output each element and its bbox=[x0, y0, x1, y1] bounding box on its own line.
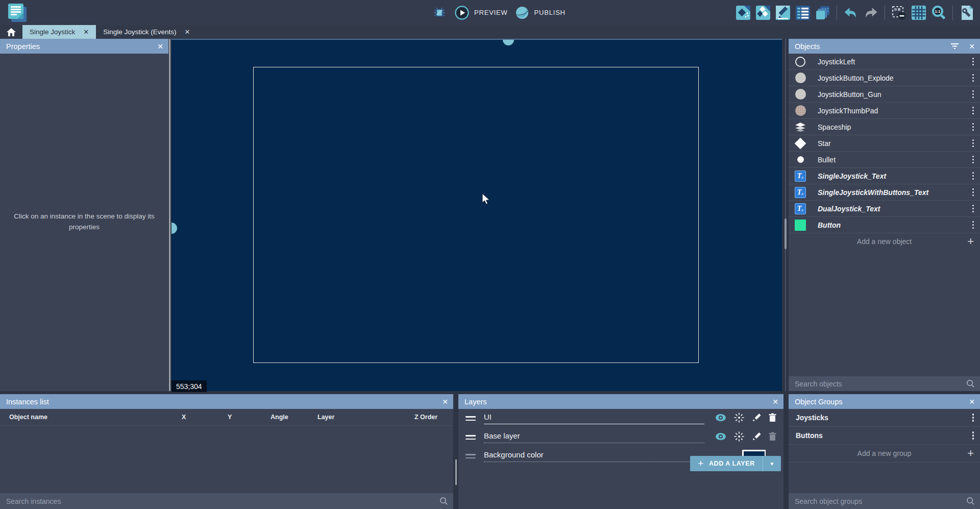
cursor-coordinates: 553;304 bbox=[172, 380, 207, 392]
text-object-icon: Tx bbox=[794, 186, 807, 199]
add-layer-label: ADD A LAYER bbox=[709, 460, 755, 467]
group-row[interactable]: Buttons bbox=[789, 427, 980, 445]
search-icon bbox=[966, 379, 975, 388]
grid-icon[interactable] bbox=[911, 5, 927, 21]
object-row[interactable]: Tx DualJoystick_Text bbox=[789, 201, 980, 217]
white-diamond-icon bbox=[794, 137, 807, 150]
group-name: Buttons bbox=[796, 431, 823, 440]
add-layer-button[interactable]: + ADD A LAYER ▼ bbox=[690, 456, 781, 471]
edit-layer-icon[interactable] bbox=[752, 413, 761, 424]
filter-icon[interactable] bbox=[951, 39, 959, 54]
object-row[interactable]: Spaceship bbox=[789, 119, 980, 135]
panel-title: Object Groups bbox=[795, 398, 843, 406]
toolbar-separator bbox=[837, 5, 837, 20]
undo-icon[interactable] bbox=[843, 5, 859, 21]
add-object-button[interactable]: Add a new object + bbox=[789, 233, 980, 250]
object-menu-icon[interactable] bbox=[972, 58, 974, 66]
redo-icon[interactable] bbox=[863, 5, 879, 21]
object-menu-icon[interactable] bbox=[972, 172, 974, 180]
object-row[interactable]: Star bbox=[789, 135, 980, 152]
object-row[interactable]: JoystickButton_Gun bbox=[789, 86, 980, 103]
layer-effects-icon[interactable] bbox=[734, 431, 744, 444]
home-tab[interactable] bbox=[0, 25, 22, 39]
preview-label: PREVIEW bbox=[474, 9, 508, 16]
object-menu-icon[interactable] bbox=[972, 221, 974, 229]
visibility-eye-icon[interactable] bbox=[715, 414, 726, 424]
close-icon[interactable]: ✕ bbox=[772, 394, 778, 409]
circle-outline-icon bbox=[794, 55, 807, 68]
object-menu-icon[interactable] bbox=[972, 107, 974, 115]
close-icon[interactable]: ✕ bbox=[969, 394, 975, 409]
tab-single-joystick[interactable]: Single Joystick ✕ bbox=[22, 25, 96, 39]
panel-resize-divider[interactable] bbox=[782, 39, 789, 391]
search-object-groups-input[interactable] bbox=[789, 497, 966, 505]
object-groups-search bbox=[789, 493, 980, 509]
panel-title: Instances list bbox=[6, 398, 49, 406]
close-icon[interactable]: ✕ bbox=[83, 29, 89, 35]
group-menu-icon[interactable] bbox=[972, 414, 974, 422]
close-icon[interactable]: ✕ bbox=[442, 394, 448, 409]
textured-circle-icon bbox=[794, 104, 807, 117]
visibility-eye-icon[interactable] bbox=[715, 432, 726, 443]
drag-handle-icon[interactable] bbox=[465, 435, 476, 440]
objects-editor-icon[interactable] bbox=[735, 5, 751, 21]
toolbar-actions: 1:1 bbox=[735, 0, 975, 25]
layer-effects-icon[interactable] bbox=[734, 413, 744, 425]
edit-scene-properties-icon[interactable] bbox=[775, 5, 791, 21]
group-row[interactable]: Joysticks bbox=[789, 409, 980, 427]
layer-name-field[interactable]: Base layer bbox=[484, 431, 704, 443]
close-icon[interactable]: ✕ bbox=[185, 29, 190, 35]
panel-title: Properties bbox=[6, 42, 40, 51]
object-row[interactable]: Tx SingleJoystick_Text bbox=[789, 168, 980, 184]
delete-layer-icon[interactable] bbox=[769, 413, 776, 424]
close-icon[interactable]: ✕ bbox=[969, 39, 975, 54]
plus-icon: + bbox=[967, 448, 974, 459]
tab-single-joystick-events[interactable]: Single Joystick (Events) ✕ bbox=[96, 25, 197, 39]
troubleshooting-icon[interactable] bbox=[959, 5, 975, 21]
collapse-handle-top[interactable] bbox=[503, 40, 514, 45]
object-row[interactable]: JoystickButton_Explode bbox=[789, 70, 980, 86]
object-menu-icon[interactable] bbox=[972, 74, 974, 82]
object-row[interactable]: Button bbox=[789, 217, 980, 233]
object-row[interactable]: JoystickThumbPad bbox=[789, 103, 980, 119]
app-logo-icon[interactable] bbox=[8, 4, 27, 22]
layer-row-ui[interactable]: UI bbox=[458, 409, 783, 428]
object-menu-icon[interactable] bbox=[972, 156, 974, 164]
object-groups-panel: Object Groups ✕ Joysticks Buttons Add a … bbox=[789, 394, 980, 509]
white-dot-icon bbox=[794, 153, 807, 166]
preview-button[interactable]: PREVIEW bbox=[455, 6, 508, 20]
object-menu-icon[interactable] bbox=[972, 205, 974, 213]
layers-editor-icon[interactable] bbox=[815, 5, 831, 21]
panel-resize-divider[interactable] bbox=[453, 394, 458, 509]
gray-circle-icon bbox=[794, 71, 807, 85]
object-menu-icon[interactable] bbox=[972, 90, 974, 99]
add-group-button[interactable]: Add a new group + bbox=[789, 445, 980, 463]
object-menu-icon[interactable] bbox=[972, 123, 974, 131]
object-row[interactable]: JoystickLeft bbox=[789, 54, 980, 70]
object-name: JoystickButton_Explode bbox=[818, 74, 894, 82]
object-row[interactable]: Tx SingleJoystickWithButtons_Text bbox=[789, 184, 980, 201]
object-menu-icon[interactable] bbox=[972, 139, 974, 148]
search-instances-input[interactable] bbox=[0, 497, 439, 505]
instances-list-icon[interactable] bbox=[795, 5, 811, 21]
object-menu-icon[interactable] bbox=[972, 188, 974, 197]
debug-icon[interactable] bbox=[431, 5, 448, 21]
add-layer-dropdown[interactable]: ▼ bbox=[763, 456, 781, 471]
zoom-1-1-icon[interactable]: 1:1 bbox=[930, 5, 947, 21]
layers-header: Layers ✕ bbox=[458, 394, 783, 409]
panel-resize-divider[interactable] bbox=[783, 394, 789, 509]
layer-name-field[interactable]: UI bbox=[484, 413, 704, 424]
instances-panel: Instances list ✕ Object name X Y Angle L… bbox=[0, 394, 453, 509]
object-row[interactable]: Bullet bbox=[789, 152, 980, 168]
publish-button[interactable]: PUBLISH bbox=[515, 6, 566, 20]
edit-layer-icon[interactable] bbox=[752, 432, 761, 443]
clear-selection-icon[interactable] bbox=[891, 5, 907, 21]
search-objects-input[interactable] bbox=[789, 380, 966, 388]
object-groups-editor-icon[interactable] bbox=[755, 5, 771, 21]
toolbar-separator bbox=[952, 5, 953, 20]
scene-canvas[interactable]: 553;304 bbox=[172, 39, 782, 391]
close-icon[interactable]: ✕ bbox=[157, 39, 163, 54]
drag-handle-icon[interactable] bbox=[465, 416, 476, 421]
layer-row-base[interactable]: Base layer bbox=[458, 428, 783, 447]
group-menu-icon[interactable] bbox=[972, 431, 974, 440]
